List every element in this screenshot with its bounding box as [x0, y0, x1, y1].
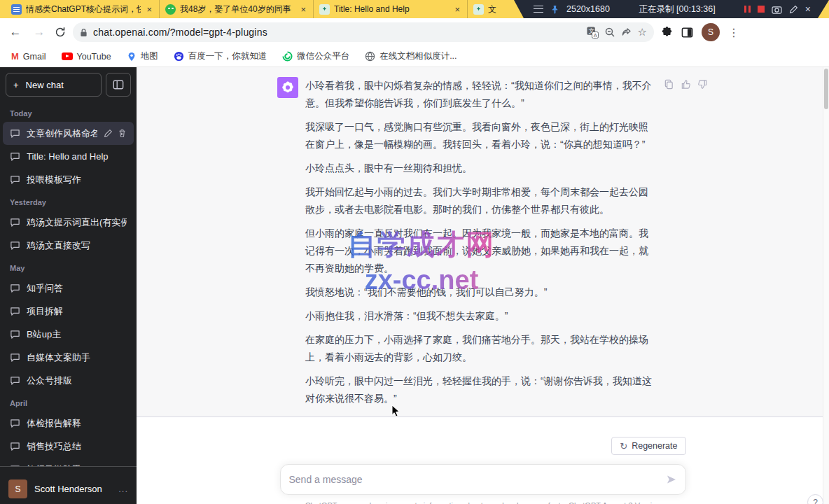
pin-icon[interactable]	[550, 5, 559, 14]
chat-bubble-icon	[10, 306, 20, 316]
message-paragraph: 小玲看着我，眼中闪烁着复杂的情感，轻轻说：“我知道你们之间的事情，我不介意。但我…	[305, 77, 655, 112]
chat-bubble-icon	[10, 375, 20, 386]
close-icon[interactable]: ×	[805, 4, 811, 15]
share-icon[interactable]	[621, 27, 632, 38]
sidebar-item-health-report[interactable]: 体检报告解释	[3, 412, 134, 435]
sidebar-item-official-account-layout[interactable]: 公众号排版	[3, 369, 134, 392]
chat-bubble-icon	[10, 352, 20, 363]
delete-trash-icon[interactable]	[118, 129, 127, 138]
collapse-sidebar-button[interactable]	[106, 73, 131, 97]
refresh-icon[interactable]	[55, 27, 66, 38]
tab-docs[interactable]: 情感类ChatGPT核心提示词，快 ×	[6, 0, 160, 18]
bookmark-youtube[interactable]: YouTube	[62, 52, 111, 62]
message-input-box[interactable]	[280, 464, 686, 495]
thumbs-down-icon[interactable]	[697, 79, 708, 90]
side-panel-icon[interactable]	[681, 27, 693, 38]
tab-bar: 情感类ChatGPT核心提示词，快 × 我48岁，娶了单位40岁的同事， × T…	[0, 0, 829, 18]
sidebar-item-project-breakdown[interactable]: 项目拆解	[3, 300, 134, 323]
stop-icon[interactable]	[758, 6, 765, 13]
forward-icon[interactable]: →	[31, 25, 48, 39]
chat-title: 项目拆解	[27, 305, 127, 318]
regenerate-icon: ↻	[620, 441, 627, 451]
bookmark-wechat-platform[interactable]: 微信公众平台	[282, 50, 349, 62]
chat-title: 鸡汤文提示词直出(有实例)	[27, 216, 127, 229]
tab-title: Title: Hello and Help	[334, 4, 449, 14]
youtube-icon	[62, 52, 73, 60]
pause-icon[interactable]	[744, 6, 751, 13]
bookmark-maps[interactable]: 地图	[127, 50, 158, 62]
message-paragraph: 小玲点点头，眼中有一丝期待和担忧。	[305, 160, 655, 177]
menu-icon[interactable]	[534, 6, 543, 13]
tab-close-icon[interactable]: ×	[453, 4, 461, 15]
sidebar-item-media-copy-assistant[interactable]: 自媒体文案助手	[3, 346, 134, 369]
message-paragraph: 我开始回忆起与小雨的过去。我们大学时期非常相爱，每个周末都会一起去公园散步，或者…	[305, 183, 655, 218]
section-label-today: Today	[0, 102, 137, 122]
chat-bubble-icon	[10, 329, 20, 340]
recording-status: 正在录制 [00:13:36]	[639, 4, 716, 15]
scrollbar[interactable]	[823, 67, 829, 504]
chat-title: 体检报告解释	[27, 417, 127, 430]
sidebar-item-zhihu-qa[interactable]: 知乎问答	[3, 276, 134, 300]
chat-bubble-icon	[10, 418, 20, 428]
tab-wechat-article[interactable]: 我48岁，娶了单位40岁的同事， ×	[160, 0, 314, 18]
chat-bubble-icon	[10, 128, 20, 139]
plus-icon: +	[13, 80, 19, 90]
account-row[interactable]: S Scott Henderson ...	[0, 466, 137, 504]
chat-main: 小玲看着我，眼中闪烁着复杂的情感，轻轻说：“我知道你们之间的事情，我不介意。但我…	[137, 67, 829, 504]
sidebar-item-article-style[interactable]: 文章创作风格命名：风	[3, 122, 134, 145]
sidebar-item-sales-skills[interactable]: 销售技巧总结	[3, 435, 134, 458]
bookmark-doc-similarity[interactable]: 在线文档相似度计...	[365, 50, 457, 62]
sidebar-item-soup-prompt[interactable]: 鸡汤文提示词直出(有实例)	[3, 211, 134, 234]
translate-icon[interactable]: 文A	[587, 27, 599, 38]
sidebar-item-template-writing[interactable]: 投喂模板写作	[3, 168, 134, 191]
edit-pencil-icon[interactable]	[104, 129, 113, 138]
send-icon[interactable]	[666, 474, 677, 485]
scrollbar-thumb[interactable]	[824, 69, 828, 109]
help-button[interactable]: ?	[807, 494, 823, 504]
zoom-out-icon[interactable]	[604, 27, 615, 38]
address-bar[interactable]: chat.openai.com/?model=gpt-4-plugins 文A …	[73, 22, 654, 42]
bookmark-label: 地图	[141, 50, 158, 62]
extensions-puzzle-icon[interactable]	[661, 27, 673, 38]
sidebar-item-bilibili-uploader[interactable]: B站up主	[3, 323, 134, 346]
tab-title: 情感类ChatGPT核心提示词，快	[26, 4, 141, 15]
chatgpt-avatar	[277, 77, 298, 98]
bookmark-star-icon[interactable]: ☆	[638, 26, 647, 38]
thumbs-up-icon[interactable]	[681, 79, 691, 90]
pencil-icon[interactable]	[789, 5, 798, 14]
chat-title: 投喂模板写作	[27, 174, 127, 186]
tab-close-icon[interactable]: ×	[145, 4, 153, 15]
sidebar-item-hello-help[interactable]: Title: Hello and Help	[3, 145, 134, 168]
back-icon[interactable]: ←	[7, 25, 24, 39]
wechat-platform-icon	[282, 51, 293, 62]
chat-bubble-icon	[10, 217, 20, 227]
url-text[interactable]: chat.openai.com/?model=gpt-4-plugins	[93, 27, 581, 38]
message-paragraph: 我愤怒地说：“我们不需要他的钱，我们可以自己努力。”	[305, 284, 655, 301]
docs-favicon-icon	[11, 4, 22, 15]
tab-chatgpt-active[interactable]: Title: Hello and Help ×	[314, 0, 468, 18]
profile-avatar[interactable]: S	[702, 23, 720, 41]
message-input[interactable]	[289, 474, 666, 485]
camera-icon[interactable]	[772, 5, 782, 14]
copy-icon[interactable]	[664, 79, 674, 90]
browser-menu-icon[interactable]: ⋮	[728, 26, 739, 39]
bookmark-label: 百度一下，你就知道	[188, 50, 267, 62]
tab-close-icon[interactable]: ×	[299, 4, 307, 15]
message-paragraph: 但小雨的家庭一直反对我们在一起。因为我家境一般，而她家是本地的富商。我记得有一次…	[305, 225, 655, 277]
recording-resolution: 2520x1680	[566, 4, 610, 14]
chat-bubble-icon	[10, 240, 20, 251]
sidebar-item-soup-rewrite[interactable]: 鸡汤文直接改写	[3, 234, 134, 257]
chat-title: 鸡汤文直接改写	[27, 239, 127, 252]
chat-bubble-icon	[10, 441, 20, 451]
account-menu-icon[interactable]: ...	[118, 484, 128, 494]
section-label-may: May	[0, 257, 137, 276]
assistant-message: 小玲看着我，眼中闪烁着复杂的情感，轻轻说：“我知道你们之间的事情，我不介意。但我…	[137, 67, 829, 417]
new-chat-button[interactable]: + New chat	[6, 73, 102, 97]
section-label-april: April	[0, 392, 137, 412]
sidebar-item-travel-guide[interactable]: 旅行导游助手	[3, 458, 134, 466]
bookmark-baidu[interactable]: 百度一下，你就知道	[174, 50, 267, 62]
bookmark-gmail[interactable]: M Gmail	[11, 51, 46, 62]
chat-bubble-icon	[10, 283, 20, 293]
bookmark-label: YouTube	[77, 52, 111, 62]
regenerate-button[interactable]: ↻ Regenerate	[611, 437, 685, 455]
